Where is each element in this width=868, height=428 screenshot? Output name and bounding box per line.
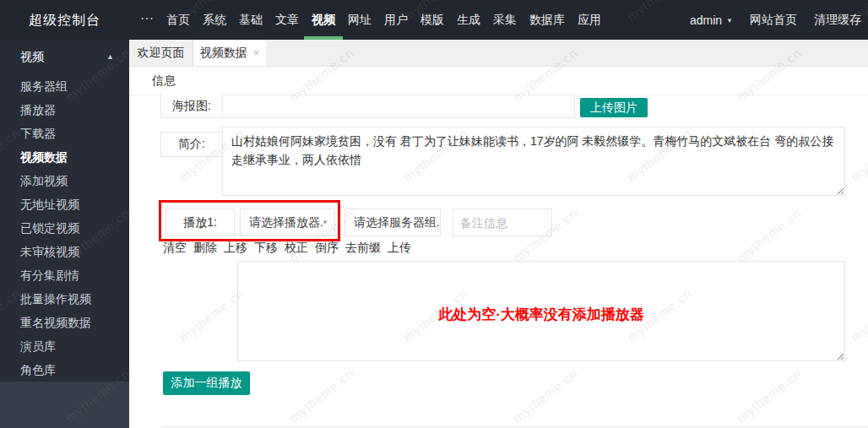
watermark-text: mytheme.cn — [176, 286, 247, 345]
nav-item-app[interactable]: 应用 — [578, 0, 601, 40]
sidebar-item-server-group[interactable]: 服务器组 — [0, 74, 129, 98]
watermark-text: mytheme.cn — [510, 366, 580, 425]
info-panel-header: 信息 — [129, 67, 868, 95]
tab-welcome-page[interactable]: 欢迎页面 — [129, 40, 193, 66]
sidebar-footer-area — [0, 382, 129, 428]
nav-item-video[interactable]: 视频 — [312, 0, 335, 40]
action-correct[interactable]: 校正 — [285, 241, 308, 256]
server-group-select[interactable]: 请选择服务器组. ▼ — [344, 209, 441, 236]
player-select-value: 请选择播放器. — [249, 215, 323, 229]
player-select[interactable]: 请选择播放器. ▼ — [240, 209, 335, 236]
sidebar-item-episode-plot[interactable]: 有分集剧情 — [0, 263, 129, 287]
action-clear[interactable]: 清空 — [163, 241, 187, 256]
sidebar-item-role-library[interactable]: 角色库 — [0, 358, 129, 382]
sidebar-item-batch-operate[interactable]: 批量操作视频 — [0, 287, 129, 311]
note-input[interactable] — [453, 209, 552, 236]
action-move-down[interactable]: 下移 — [254, 241, 278, 256]
tab-video-data-label: 视频数据 — [200, 46, 247, 59]
nav-item-generate[interactable]: 生成 — [457, 0, 480, 40]
action-remove-prefix[interactable]: 去前缀 — [345, 241, 381, 256]
tab-bar: 欢迎页面 视频数据× — [129, 40, 868, 67]
app-title: 超级控制台 — [29, 0, 100, 40]
sidebar-item-actor-library[interactable]: 演员库 — [0, 334, 129, 358]
site-home-link[interactable]: 网站首页 — [750, 13, 797, 28]
nav-item-video-label: 视频 — [312, 13, 335, 26]
intro-textarea[interactable]: 山村姑娘何阿妹家境贫困，没有 君丁为了让妹妹能读书，17岁的阿 未毅然辍学。青梅… — [222, 127, 845, 196]
add-play-group-button[interactable]: 添加一组播放 — [163, 371, 250, 395]
caret-down-icon: ▼ — [726, 17, 733, 24]
poster-label: 海报图: — [160, 95, 223, 118]
watermark-text: mytheme.cn — [848, 286, 868, 345]
poster-input[interactable] — [222, 95, 575, 118]
sidebar-item-unreviewed-video[interactable]: 未审核视频 — [0, 240, 129, 263]
section-divider — [163, 426, 868, 427]
top-navbar: 超级控制台 ··· 首页 系统 基础 文章 视频 网址 用户 模版 生成 采集 … — [0, 0, 868, 40]
sidebar-item-player[interactable]: 播放器 — [0, 98, 129, 122]
app-window: 超级控制台 ··· 首页 系统 基础 文章 视频 网址 用户 模版 生成 采集 … — [0, 0, 868, 428]
tab-video-data[interactable]: 视频数据× — [193, 40, 266, 66]
action-delete[interactable]: 删除 — [193, 241, 217, 256]
select-caret-icon: ▼ — [322, 209, 328, 236]
intro-label: 简介: — [160, 132, 223, 157]
action-reverse[interactable]: 倒序 — [315, 241, 339, 256]
select-caret-icon: ▼ — [427, 209, 434, 236]
sidebar-item-add-video[interactable]: 添加视频 — [0, 169, 129, 192]
nav-item-database[interactable]: 数据库 — [529, 0, 565, 40]
nav-item-home[interactable]: 首页 — [166, 0, 190, 40]
sidebar-item-locked-video[interactable]: 已锁定视频 — [0, 216, 129, 240]
top-nav-menu: 首页 系统 基础 文章 视频 网址 用户 模版 生成 采集 数据库 应用 — [166, 0, 601, 40]
sidebar: 视频 ▲ 服务器组 播放器 下载器 视频数据 添加视频 无地址视频 已锁定视频 … — [0, 40, 129, 382]
close-icon[interactable]: × — [253, 46, 260, 59]
sidebar-item-video-data[interactable]: 视频数据 — [0, 145, 129, 169]
user-menu[interactable]: admin▼ — [690, 14, 733, 27]
watermark-text: mytheme.cn — [734, 366, 804, 425]
nav-item-basic[interactable]: 基础 — [239, 0, 263, 40]
nav-item-collect[interactable]: 采集 — [493, 0, 517, 40]
watermark-text: mytheme.cn — [848, 126, 868, 185]
action-upload[interactable]: 上传 — [388, 241, 411, 256]
nav-item-user[interactable]: 用户 — [384, 0, 408, 40]
navbar-right-group: admin▼ 网站首页 清理缓存 — [690, 0, 861, 40]
watermark-text: mytheme.cn — [734, 206, 804, 265]
nav-item-website[interactable]: 网址 — [348, 0, 372, 40]
sidebar-group-video[interactable]: 视频 ▲ — [0, 40, 129, 74]
play1-label: 播放1: — [165, 209, 235, 236]
info-panel-title: 信息 — [152, 67, 176, 95]
nav-item-article[interactable]: 文章 — [275, 0, 299, 40]
clear-cache-link[interactable]: 清理缓存 — [814, 13, 861, 28]
sidebar-item-downloader[interactable]: 下载器 — [0, 122, 129, 145]
watermark-text: mytheme.cn — [286, 366, 356, 425]
nav-item-template[interactable]: 模版 — [420, 0, 444, 40]
nav-item-system[interactable]: 系统 — [203, 0, 226, 40]
action-move-up[interactable]: 上移 — [224, 241, 247, 256]
sidebar-group-label: 视频 — [20, 50, 44, 63]
upload-image-button[interactable]: 上传图片 — [580, 98, 648, 117]
username: admin — [690, 14, 722, 27]
sidebar-item-no-address-video[interactable]: 无地址视频 — [0, 192, 129, 216]
chevron-up-icon: ▲ — [106, 40, 114, 74]
nav-more-icon[interactable]: ··· — [140, 0, 154, 37]
playlist-textarea[interactable] — [237, 261, 845, 361]
playlist-action-links: 清空 删除 上移 下移 校正 倒序 去前缀 上传 — [163, 241, 411, 256]
sidebar-item-duplicate-video[interactable]: 重名视频数据 — [0, 311, 129, 334]
